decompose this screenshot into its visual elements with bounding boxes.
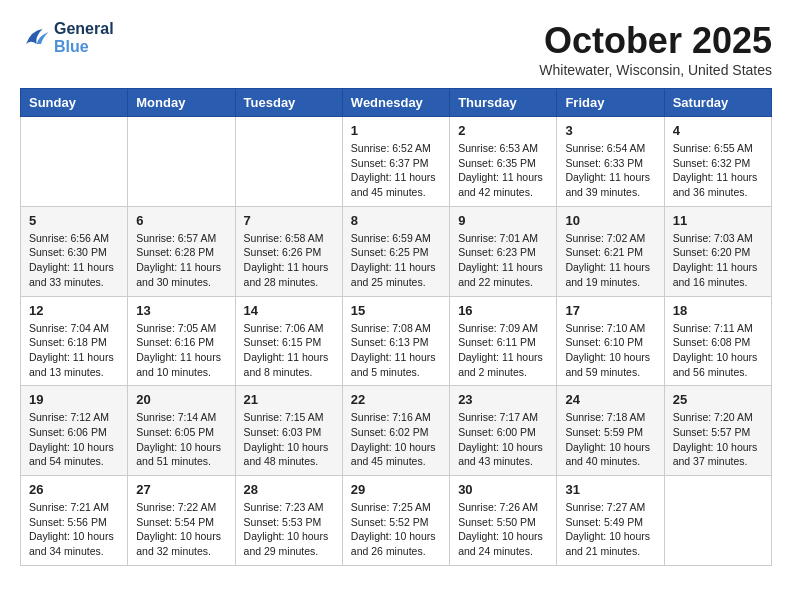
location-text: Whitewater, Wisconsin, United States xyxy=(539,62,772,78)
calendar-cell: 21Sunrise: 7:15 AMSunset: 6:03 PMDayligh… xyxy=(235,386,342,476)
weekday-header-saturday: Saturday xyxy=(664,89,771,117)
day-info: Sunrise: 7:09 AMSunset: 6:11 PMDaylight:… xyxy=(458,321,548,380)
weekday-header-friday: Friday xyxy=(557,89,664,117)
day-info: Sunrise: 7:11 AMSunset: 6:08 PMDaylight:… xyxy=(673,321,763,380)
day-info: Sunrise: 7:04 AMSunset: 6:18 PMDaylight:… xyxy=(29,321,119,380)
day-info: Sunrise: 7:26 AMSunset: 5:50 PMDaylight:… xyxy=(458,500,548,559)
day-number: 11 xyxy=(673,213,763,228)
day-info: Sunrise: 6:59 AMSunset: 6:25 PMDaylight:… xyxy=(351,231,441,290)
month-title: October 2025 xyxy=(539,20,772,62)
weekday-header-row: SundayMondayTuesdayWednesdayThursdayFrid… xyxy=(21,89,772,117)
weekday-header-wednesday: Wednesday xyxy=(342,89,449,117)
day-info: Sunrise: 7:21 AMSunset: 5:56 PMDaylight:… xyxy=(29,500,119,559)
calendar-cell xyxy=(128,117,235,207)
calendar-cell: 16Sunrise: 7:09 AMSunset: 6:11 PMDayligh… xyxy=(450,296,557,386)
day-number: 12 xyxy=(29,303,119,318)
day-info: Sunrise: 7:10 AMSunset: 6:10 PMDaylight:… xyxy=(565,321,655,380)
calendar-cell: 25Sunrise: 7:20 AMSunset: 5:57 PMDayligh… xyxy=(664,386,771,476)
calendar-cell: 15Sunrise: 7:08 AMSunset: 6:13 PMDayligh… xyxy=(342,296,449,386)
day-number: 25 xyxy=(673,392,763,407)
calendar-cell: 29Sunrise: 7:25 AMSunset: 5:52 PMDayligh… xyxy=(342,476,449,566)
calendar-cell: 17Sunrise: 7:10 AMSunset: 6:10 PMDayligh… xyxy=(557,296,664,386)
day-number: 28 xyxy=(244,482,334,497)
calendar-cell xyxy=(664,476,771,566)
calendar-week-4: 19Sunrise: 7:12 AMSunset: 6:06 PMDayligh… xyxy=(21,386,772,476)
day-info: Sunrise: 7:23 AMSunset: 5:53 PMDaylight:… xyxy=(244,500,334,559)
day-number: 24 xyxy=(565,392,655,407)
calendar-week-5: 26Sunrise: 7:21 AMSunset: 5:56 PMDayligh… xyxy=(21,476,772,566)
day-number: 22 xyxy=(351,392,441,407)
day-info: Sunrise: 6:53 AMSunset: 6:35 PMDaylight:… xyxy=(458,141,548,200)
calendar-cell: 1Sunrise: 6:52 AMSunset: 6:37 PMDaylight… xyxy=(342,117,449,207)
day-info: Sunrise: 6:56 AMSunset: 6:30 PMDaylight:… xyxy=(29,231,119,290)
calendar-cell: 18Sunrise: 7:11 AMSunset: 6:08 PMDayligh… xyxy=(664,296,771,386)
day-info: Sunrise: 7:18 AMSunset: 5:59 PMDaylight:… xyxy=(565,410,655,469)
day-number: 4 xyxy=(673,123,763,138)
day-number: 19 xyxy=(29,392,119,407)
day-info: Sunrise: 6:57 AMSunset: 6:28 PMDaylight:… xyxy=(136,231,226,290)
day-number: 23 xyxy=(458,392,548,407)
calendar-cell: 10Sunrise: 7:02 AMSunset: 6:21 PMDayligh… xyxy=(557,206,664,296)
day-number: 2 xyxy=(458,123,548,138)
calendar-cell: 24Sunrise: 7:18 AMSunset: 5:59 PMDayligh… xyxy=(557,386,664,476)
day-number: 27 xyxy=(136,482,226,497)
calendar-cell: 2Sunrise: 6:53 AMSunset: 6:35 PMDaylight… xyxy=(450,117,557,207)
logo-text: General Blue xyxy=(54,20,114,56)
weekday-header-monday: Monday xyxy=(128,89,235,117)
day-number: 9 xyxy=(458,213,548,228)
day-info: Sunrise: 7:01 AMSunset: 6:23 PMDaylight:… xyxy=(458,231,548,290)
day-number: 1 xyxy=(351,123,441,138)
logo: General Blue xyxy=(20,20,114,56)
calendar-cell: 7Sunrise: 6:58 AMSunset: 6:26 PMDaylight… xyxy=(235,206,342,296)
calendar-cell: 14Sunrise: 7:06 AMSunset: 6:15 PMDayligh… xyxy=(235,296,342,386)
calendar-cell: 28Sunrise: 7:23 AMSunset: 5:53 PMDayligh… xyxy=(235,476,342,566)
calendar-cell: 3Sunrise: 6:54 AMSunset: 6:33 PMDaylight… xyxy=(557,117,664,207)
calendar-cell xyxy=(235,117,342,207)
calendar-cell: 11Sunrise: 7:03 AMSunset: 6:20 PMDayligh… xyxy=(664,206,771,296)
day-number: 15 xyxy=(351,303,441,318)
day-info: Sunrise: 6:58 AMSunset: 6:26 PMDaylight:… xyxy=(244,231,334,290)
logo-icon xyxy=(20,23,50,53)
day-info: Sunrise: 7:25 AMSunset: 5:52 PMDaylight:… xyxy=(351,500,441,559)
page-header: General Blue October 2025 Whitewater, Wi… xyxy=(20,20,772,78)
calendar-table: SundayMondayTuesdayWednesdayThursdayFrid… xyxy=(20,88,772,566)
day-info: Sunrise: 7:22 AMSunset: 5:54 PMDaylight:… xyxy=(136,500,226,559)
day-number: 8 xyxy=(351,213,441,228)
calendar-cell: 6Sunrise: 6:57 AMSunset: 6:28 PMDaylight… xyxy=(128,206,235,296)
calendar-cell: 23Sunrise: 7:17 AMSunset: 6:00 PMDayligh… xyxy=(450,386,557,476)
day-info: Sunrise: 7:15 AMSunset: 6:03 PMDaylight:… xyxy=(244,410,334,469)
day-info: Sunrise: 7:03 AMSunset: 6:20 PMDaylight:… xyxy=(673,231,763,290)
day-number: 14 xyxy=(244,303,334,318)
day-info: Sunrise: 7:17 AMSunset: 6:00 PMDaylight:… xyxy=(458,410,548,469)
day-number: 30 xyxy=(458,482,548,497)
day-info: Sunrise: 6:54 AMSunset: 6:33 PMDaylight:… xyxy=(565,141,655,200)
calendar-cell: 12Sunrise: 7:04 AMSunset: 6:18 PMDayligh… xyxy=(21,296,128,386)
day-number: 20 xyxy=(136,392,226,407)
calendar-cell xyxy=(21,117,128,207)
calendar-week-2: 5Sunrise: 6:56 AMSunset: 6:30 PMDaylight… xyxy=(21,206,772,296)
day-number: 18 xyxy=(673,303,763,318)
calendar-cell: 31Sunrise: 7:27 AMSunset: 5:49 PMDayligh… xyxy=(557,476,664,566)
day-number: 13 xyxy=(136,303,226,318)
calendar-cell: 5Sunrise: 6:56 AMSunset: 6:30 PMDaylight… xyxy=(21,206,128,296)
day-number: 3 xyxy=(565,123,655,138)
calendar-cell: 26Sunrise: 7:21 AMSunset: 5:56 PMDayligh… xyxy=(21,476,128,566)
calendar-week-3: 12Sunrise: 7:04 AMSunset: 6:18 PMDayligh… xyxy=(21,296,772,386)
day-info: Sunrise: 6:52 AMSunset: 6:37 PMDaylight:… xyxy=(351,141,441,200)
weekday-header-thursday: Thursday xyxy=(450,89,557,117)
calendar-cell: 30Sunrise: 7:26 AMSunset: 5:50 PMDayligh… xyxy=(450,476,557,566)
day-info: Sunrise: 6:55 AMSunset: 6:32 PMDaylight:… xyxy=(673,141,763,200)
calendar-cell: 4Sunrise: 6:55 AMSunset: 6:32 PMDaylight… xyxy=(664,117,771,207)
day-number: 16 xyxy=(458,303,548,318)
day-info: Sunrise: 7:20 AMSunset: 5:57 PMDaylight:… xyxy=(673,410,763,469)
day-number: 31 xyxy=(565,482,655,497)
calendar-cell: 27Sunrise: 7:22 AMSunset: 5:54 PMDayligh… xyxy=(128,476,235,566)
day-info: Sunrise: 7:08 AMSunset: 6:13 PMDaylight:… xyxy=(351,321,441,380)
day-info: Sunrise: 7:14 AMSunset: 6:05 PMDaylight:… xyxy=(136,410,226,469)
calendar-cell: 19Sunrise: 7:12 AMSunset: 6:06 PMDayligh… xyxy=(21,386,128,476)
day-info: Sunrise: 7:16 AMSunset: 6:02 PMDaylight:… xyxy=(351,410,441,469)
day-info: Sunrise: 7:02 AMSunset: 6:21 PMDaylight:… xyxy=(565,231,655,290)
day-info: Sunrise: 7:05 AMSunset: 6:16 PMDaylight:… xyxy=(136,321,226,380)
calendar-cell: 8Sunrise: 6:59 AMSunset: 6:25 PMDaylight… xyxy=(342,206,449,296)
day-number: 5 xyxy=(29,213,119,228)
